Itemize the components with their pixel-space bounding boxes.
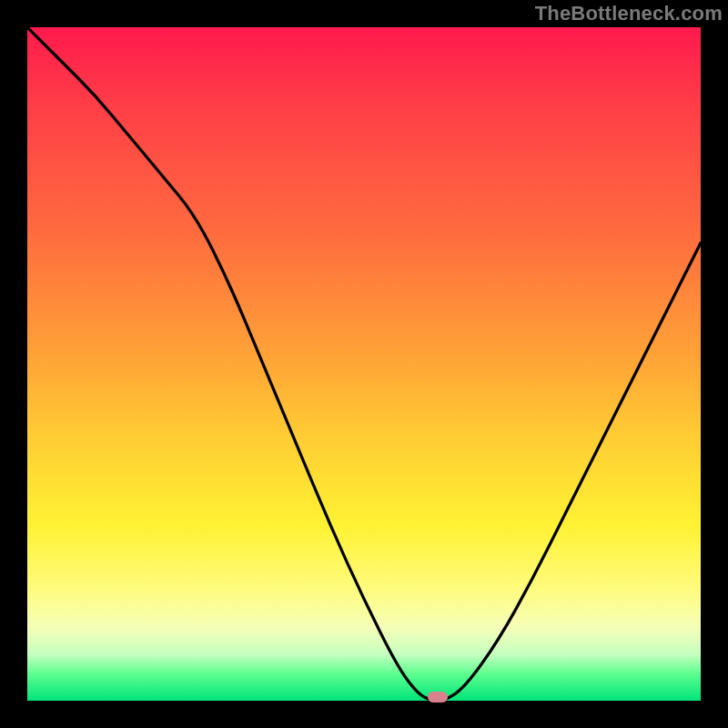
chart-frame: TheBottleneck.com — [0, 0, 728, 728]
curve-path — [27, 27, 701, 701]
optimal-point-marker — [428, 692, 448, 703]
bottleneck-curve — [27, 27, 701, 701]
watermark-text: TheBottleneck.com — [535, 2, 723, 25]
gradient-plot-area — [27, 27, 701, 701]
